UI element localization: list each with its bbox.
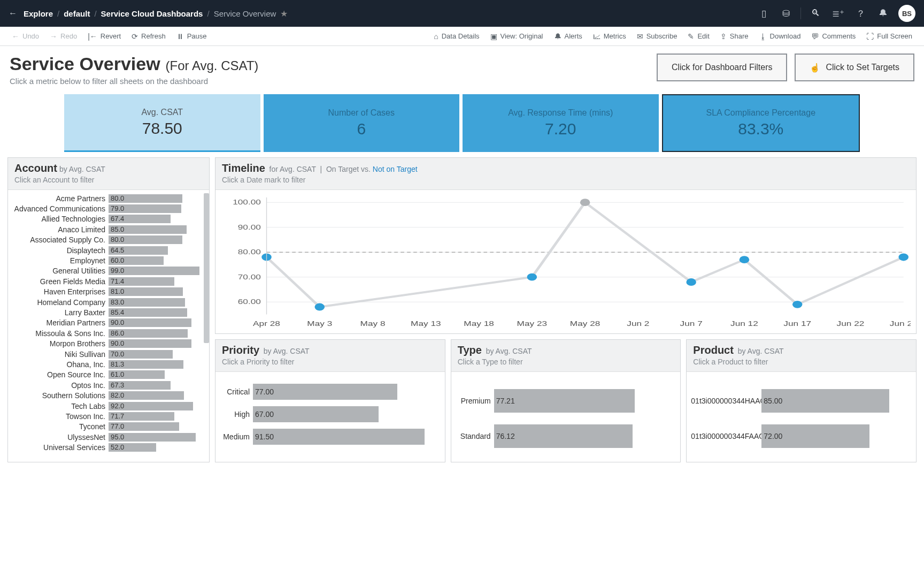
- account-value: 92.0: [111, 402, 124, 410]
- not-on-target-link[interactable]: Not on Target: [373, 165, 418, 173]
- account-row[interactable]: Meridian Partners90.0: [8, 318, 208, 328]
- bar-value: 67.00: [255, 410, 274, 419]
- metrics-button[interactable]: 📈︎Metrics: [588, 32, 632, 41]
- notifications-icon[interactable]: 🔔︎: [872, 8, 894, 19]
- account-row[interactable]: Acme Partners80.0: [8, 193, 208, 203]
- account-row[interactable]: Larry Baxter85.4: [8, 307, 208, 317]
- svg-point-26: [527, 273, 537, 281]
- account-row[interactable]: Displaytech64.5: [8, 245, 208, 255]
- account-row[interactable]: General Utilities99.0: [8, 266, 208, 276]
- account-row[interactable]: UlyssesNet95.0: [8, 432, 208, 442]
- tile-value: 7.20: [545, 120, 576, 138]
- svg-text:Apr 28: Apr 28: [253, 320, 280, 327]
- subscribe-button[interactable]: ✉Subscribe: [632, 32, 683, 41]
- bar-row[interactable]: 01t3i000000344HAAQ85.00: [691, 389, 912, 413]
- metric-tile[interactable]: Avg. Response Time (mins)7.20: [463, 94, 659, 152]
- account-row[interactable]: Advanced Communications79.0: [8, 203, 208, 214]
- account-name: Missoula & Sons Inc.: [8, 329, 109, 338]
- revert-button[interactable]: |←Revert: [82, 32, 126, 41]
- account-value: 90.0: [111, 318, 124, 327]
- account-name: General Utilities: [8, 267, 109, 275]
- pause-button[interactable]: ⏸Pause: [171, 32, 212, 41]
- account-name: Southern Solutions: [8, 391, 109, 400]
- account-row[interactable]: Missoula & Sons Inc.86.0: [8, 328, 208, 338]
- svg-text:90.00: 90.00: [238, 223, 261, 231]
- search-icon[interactable]: 🔍︎: [804, 8, 827, 19]
- account-row[interactable]: Associated Supply Co.80.0: [8, 235, 208, 245]
- account-panel: Account by Avg. CSAT Click an Account to…: [7, 157, 210, 462]
- database-icon[interactable]: ⛁: [775, 8, 797, 19]
- product-bars[interactable]: 01t3i000000344HAAQ85.0001t3i000000344FAA…: [687, 372, 916, 462]
- account-value: 70.0: [111, 350, 124, 359]
- account-value: 83.0: [111, 298, 124, 307]
- help-icon[interactable]: ？: [849, 7, 872, 20]
- account-value: 60.0: [111, 256, 124, 265]
- tile-value: 78.50: [142, 119, 182, 138]
- account-row[interactable]: Homeland Company83.0: [8, 297, 208, 307]
- svg-text:May 28: May 28: [570, 320, 600, 327]
- metric-tile[interactable]: Avg. CSAT78.50: [64, 94, 260, 152]
- scrollbar-thumb[interactable]: [204, 193, 209, 343]
- account-row[interactable]: Universal Services52.0: [8, 442, 208, 452]
- account-row[interactable]: Anaco Limited85.0: [8, 224, 208, 234]
- user-avatar[interactable]: BS: [898, 5, 915, 22]
- crumb-explore[interactable]: Explore: [24, 9, 53, 18]
- account-name: UlyssesNet: [8, 433, 109, 442]
- comments-button[interactable]: 💬︎Comments: [806, 32, 861, 41]
- bar-row[interactable]: Standard76.12: [456, 424, 676, 448]
- type-bars[interactable]: Premium77.21Standard76.12: [451, 372, 681, 462]
- svg-text:80.00: 80.00: [238, 248, 261, 255]
- svg-text:Jun 22: Jun 22: [837, 320, 865, 327]
- account-row[interactable]: Morpon Brothers90.0: [8, 338, 208, 348]
- view-original-button[interactable]: ▣View: Original: [485, 32, 549, 41]
- bar-label: Standard: [456, 432, 494, 440]
- metric-tile[interactable]: Number of Cases6: [264, 94, 460, 152]
- account-row[interactable]: Ohana, Inc.81.3: [8, 359, 208, 369]
- task-list-icon[interactable]: ≣⁺: [827, 8, 849, 19]
- account-row[interactable]: Open Source Inc.61.0: [8, 370, 208, 380]
- download-button[interactable]: ⭳Download: [754, 32, 806, 41]
- bar-label: 01t3i000000344FAAQ: [691, 432, 761, 440]
- bar-row[interactable]: Medium91.50: [220, 429, 441, 445]
- refresh-button[interactable]: ⟳Refresh: [126, 32, 171, 41]
- priority-bars[interactable]: Critical77.00High67.00Medium91.50: [215, 372, 445, 462]
- favorite-star-icon[interactable]: ★: [280, 9, 288, 19]
- timeline-chart[interactable]: 60.0070.0080.0090.00100.00Apr 28May 3May…: [215, 190, 916, 333]
- bar-row[interactable]: High67.00: [220, 406, 441, 422]
- account-value: 61.0: [111, 370, 124, 379]
- undo-button[interactable]: ←Undo: [6, 32, 44, 41]
- data-details-button[interactable]: ⌂Data Details: [428, 32, 484, 41]
- account-name: Tech Labs: [8, 402, 109, 410]
- account-list[interactable]: Acme Partners80.0Advanced Communications…: [8, 190, 209, 453]
- svg-text:May 8: May 8: [360, 320, 386, 327]
- account-row[interactable]: Towson Inc.71.7: [8, 411, 208, 421]
- metric-tile[interactable]: SLA Compliance Percentage83.3%: [662, 94, 860, 152]
- bar-row[interactable]: 01t3i000000344FAAQ72.00: [691, 424, 912, 448]
- device-icon[interactable]: ▯: [752, 8, 775, 19]
- bar-row[interactable]: Premium77.21: [456, 389, 676, 413]
- alerts-button[interactable]: 🔔︎Alerts: [549, 32, 588, 41]
- account-row[interactable]: Allied Technologies67.4: [8, 214, 208, 224]
- dashboard-filters-button[interactable]: Click for Dashboard Filters: [657, 54, 788, 81]
- account-value: 67.3: [111, 381, 124, 390]
- share-button[interactable]: ⇪Share: [715, 32, 754, 41]
- edit-button[interactable]: ✎Edit: [682, 32, 714, 41]
- account-row[interactable]: Haven Enterprises81.0: [8, 287, 208, 297]
- type-panel: Type by Avg. CSAT Click a Type to filter…: [451, 339, 681, 462]
- redo-button[interactable]: →Redo: [44, 32, 82, 41]
- account-row[interactable]: Optos Inc.67.3: [8, 380, 208, 390]
- account-row[interactable]: Niki Sullivan70.0: [8, 349, 208, 359]
- fullscreen-button[interactable]: ⛶Full Screen: [861, 32, 918, 41]
- back-icon[interactable]: ←: [9, 9, 24, 18]
- crumb-folder[interactable]: Service Cloud Dashboards: [101, 9, 203, 18]
- account-row[interactable]: Tyconet77.0: [8, 422, 208, 432]
- set-targets-button[interactable]: ☝ Click to Set Targets: [795, 54, 914, 81]
- crumb-project[interactable]: default: [64, 9, 90, 18]
- bar-row[interactable]: Critical77.00: [220, 384, 441, 400]
- account-row[interactable]: Green Fields Media71.4: [8, 276, 208, 286]
- account-row[interactable]: Southern Solutions82.0: [8, 390, 208, 400]
- account-row[interactable]: Tech Labs92.0: [8, 401, 208, 411]
- account-row[interactable]: Employnet60.0: [8, 255, 208, 265]
- bar-value: 91.50: [255, 432, 274, 441]
- bar-value: 77.21: [496, 397, 515, 405]
